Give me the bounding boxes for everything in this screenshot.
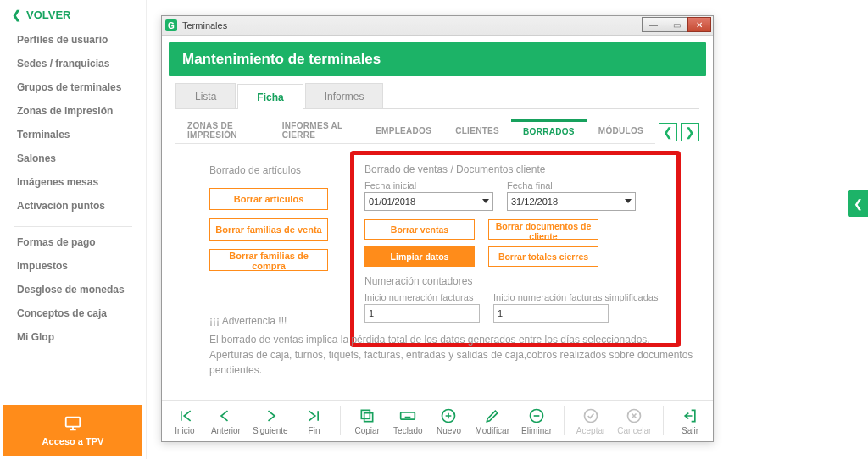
svg-rect-1	[364, 412, 373, 421]
sidebar-item[interactable]: Perfiles de usuario	[0, 28, 146, 52]
tab-ficha[interactable]: Ficha	[237, 84, 303, 109]
check-circle-icon	[582, 407, 599, 424]
tab-informes[interactable]: Informes	[305, 83, 384, 108]
section-title: Borrado de artículos	[209, 164, 345, 176]
window-title: Terminales	[182, 20, 227, 30]
date-row: Fecha inicial 01/01/2018 Fecha final 31/…	[364, 180, 670, 211]
subtabs-row: ZONAS DE IMPRESIÓN INFORMES AL CIERRE EM…	[175, 119, 699, 144]
app-icon: G	[165, 19, 177, 31]
cancelar-button: Cancelar	[617, 407, 651, 435]
fecha-final-dropdown[interactable]: 31/12/2018	[507, 192, 636, 211]
eliminar-button[interactable]: Eliminar	[521, 407, 552, 435]
go-prev-icon	[217, 407, 234, 424]
num-simplificadas-label: Inicio numeración facturas simplificadas	[493, 292, 658, 302]
maximize-button[interactable]: ▭	[665, 17, 688, 32]
copy-icon	[359, 407, 376, 424]
sidebar-separator	[14, 226, 132, 227]
sidebar-item[interactable]: Sedes / franquicias	[0, 52, 146, 75]
window-header: Mantenimiento de terminales	[169, 42, 706, 76]
subtab-scroll-left[interactable]: ❮	[659, 123, 677, 141]
minimize-button[interactable]: —	[642, 17, 665, 32]
subtab-clientes[interactable]: CLIENTES	[443, 119, 511, 143]
sidebar-item[interactable]: Impuestos	[0, 254, 146, 278]
subtab-empleados[interactable]: EMPLEADOS	[364, 119, 443, 143]
nuevo-button[interactable]: Nuevo	[435, 407, 464, 435]
fecha-inicial-dropdown[interactable]: 01/01/2018	[364, 192, 493, 211]
sidebar-item[interactable]: Formas de pago	[0, 230, 146, 254]
monitor-icon	[62, 414, 84, 433]
svg-point-6	[585, 409, 598, 422]
sidebar-item[interactable]: Desglose de monedas	[0, 278, 146, 301]
fecha-inicial-group: Fecha inicial 01/01/2018	[364, 180, 493, 211]
fecha-final-label: Fecha final	[507, 180, 636, 191]
toolbar-separator	[564, 406, 565, 435]
fin-button[interactable]: Fin	[300, 407, 329, 435]
close-button[interactable]: ✕	[687, 17, 711, 32]
teclado-button[interactable]: Teclado	[393, 407, 422, 435]
go-first-icon	[176, 407, 193, 424]
subtabs: ZONAS DE IMPRESIÓN INFORMES AL CIERRE EM…	[175, 119, 655, 144]
numeracion-title: Numeración contadores	[364, 275, 670, 287]
sidebar-item[interactable]: Salones	[0, 147, 146, 170]
svg-rect-3	[401, 412, 415, 418]
sidebar-group1: Perfiles de usuario Sedes / franquicias …	[0, 28, 146, 223]
salir-button[interactable]: Salir	[676, 407, 704, 435]
sidebar-item[interactable]: Zonas de impresión	[0, 99, 146, 123]
borrar-documentos-cliente-button[interactable]: Borrar documentos de cliente	[488, 219, 598, 240]
warning-line2: Aperturas de caja, turnos, tiquets, fact…	[209, 347, 699, 378]
sidebar-item[interactable]: Conceptos de caja	[0, 301, 146, 325]
main-tabs: Lista Ficha Informes	[175, 83, 699, 109]
access-tpv-button[interactable]: Acceso a TPV	[3, 405, 142, 456]
modificar-button[interactable]: Modificar	[475, 407, 509, 435]
sidebar-item[interactable]: Activación puntos	[0, 194, 146, 218]
plus-circle-icon	[440, 407, 457, 424]
section-title: Borrado de ventas / Documentos cliente	[364, 163, 670, 175]
warning-heading: ¡¡¡ Advertencia !!!	[209, 313, 699, 329]
sidebar-group2: Formas de pago Impuestos Desglose de mon…	[0, 230, 146, 354]
exit-icon	[682, 407, 698, 424]
subtab-informes-cierre[interactable]: INFORMES AL CIERRE	[270, 119, 364, 143]
sidebar-item[interactable]: Imágenes mesas	[0, 170, 146, 194]
borrar-ventas-button[interactable]: Borrar ventas	[364, 219, 475, 240]
inicio-button[interactable]: Inicio	[170, 407, 199, 435]
borrar-familias-venta-button[interactable]: Borrar familias de venta	[209, 218, 328, 241]
warning-text: ¡¡¡ Advertencia !!! El borrado de ventas…	[209, 313, 699, 378]
right-edge-tab[interactable]: ❮	[848, 190, 868, 217]
go-last-icon	[306, 407, 323, 424]
back-label: VOLVER	[26, 8, 71, 21]
siguiente-button[interactable]: Siguiente	[253, 407, 288, 435]
subtab-zonas[interactable]: ZONAS DE IMPRESIÓN	[175, 119, 270, 143]
toolbar-separator	[340, 406, 341, 435]
subtab-borrados[interactable]: BORRADOS	[511, 119, 587, 143]
borrar-familias-compra-button[interactable]: Borrar familias de compra	[209, 249, 328, 271]
subtab-modulos[interactable]: MÓDULOS	[587, 119, 655, 143]
keyboard-icon	[399, 407, 416, 424]
sidebar-item[interactable]: Terminales	[0, 123, 146, 147]
tab-lista[interactable]: Lista	[175, 83, 236, 108]
limpiar-datos-button[interactable]: Limpiar datos	[364, 246, 475, 267]
copiar-button[interactable]: Copiar	[353, 407, 381, 435]
window-titlebar: G Terminales — ▭ ✕	[162, 16, 713, 36]
svg-rect-2	[361, 410, 370, 418]
svg-rect-0	[66, 418, 81, 427]
fecha-final-group: Fecha final 31/12/2018	[507, 180, 636, 211]
borrar-articulos-button[interactable]: Borrar artículos	[209, 188, 328, 210]
warning-line1: El borrado de ventas implica la pérdida …	[209, 332, 699, 347]
x-circle-icon	[626, 407, 643, 424]
sidebar-item[interactable]: Grupos de terminales	[0, 75, 146, 99]
sidebar-item[interactable]: Mi Glop	[0, 325, 146, 349]
bottom-toolbar: Inicio Anterior Siguiente Fin Copiar Tec…	[162, 400, 713, 441]
back-link[interactable]: ❮ VOLVER	[0, 0, 146, 28]
action-buttons-grid: Borrar ventas Borrar documentos de clien…	[364, 219, 670, 267]
left-sidebar: ❮ VOLVER Perfiles de usuario Sedes / fra…	[0, 0, 147, 459]
subtab-scroll-right[interactable]: ❯	[681, 123, 699, 141]
anterior-button[interactable]: Anterior	[211, 407, 241, 435]
chevron-left-icon: ❮	[12, 8, 21, 21]
terminals-window: G Terminales — ▭ ✕ Mantenimiento de term…	[161, 15, 714, 442]
pencil-icon	[484, 407, 501, 424]
aceptar-button: Aceptar	[576, 407, 605, 435]
borrado-articulos-section: Borrado de artículos Borrar artículos Bo…	[209, 164, 345, 279]
chevron-left-icon: ❮	[854, 197, 863, 210]
fecha-inicial-label: Fecha inicial	[364, 180, 493, 191]
borrar-totales-cierres-button[interactable]: Borrar totales cierres	[488, 246, 598, 267]
